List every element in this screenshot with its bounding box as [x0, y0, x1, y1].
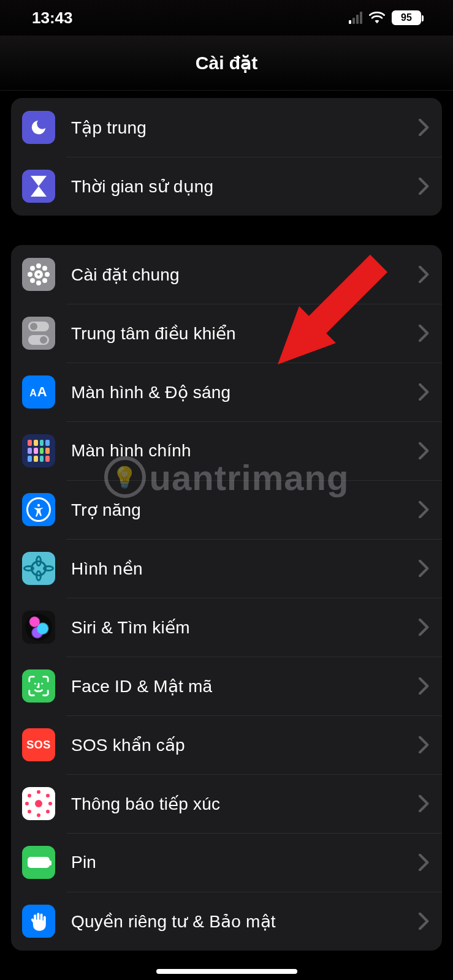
settings-group-general: Cài đặt chung Trung tâm điều khiển AA Mà…	[11, 245, 442, 951]
page-title: Cài đặt	[196, 52, 257, 74]
home-grid-icon	[22, 434, 55, 467]
toggles-icon	[22, 317, 55, 350]
home-indicator	[156, 969, 297, 974]
settings-row-focus[interactable]: Tập trung	[11, 98, 442, 157]
chevron-right-icon	[419, 266, 430, 283]
settings-row-label: Cài đặt chung	[71, 265, 419, 285]
settings-row-control-center[interactable]: Trung tâm điều khiển	[11, 304, 442, 363]
chevron-right-icon	[419, 736, 430, 753]
settings-row-siri[interactable]: Siri & Tìm kiếm	[11, 598, 442, 657]
hourglass-icon	[22, 170, 55, 203]
wallpaper-icon	[22, 552, 55, 585]
settings-row-sos[interactable]: SOS SOS khẩn cấp	[11, 715, 442, 774]
exposure-icon	[22, 787, 55, 820]
settings-row-label: Pin	[71, 853, 419, 872]
settings-row-display-brightness[interactable]: AA Màn hình & Độ sáng	[11, 363, 442, 421]
battery-percent: 95	[392, 10, 421, 25]
chevron-right-icon	[419, 119, 430, 136]
chevron-right-icon	[419, 501, 430, 518]
settings-row-general[interactable]: Cài đặt chung	[11, 245, 442, 304]
settings-row-label: Siri & Tìm kiếm	[71, 617, 419, 638]
settings-row-privacy[interactable]: Quyền riêng tư & Bảo mật	[11, 892, 442, 951]
accessibility-icon	[22, 493, 55, 526]
settings-row-label: Trung tâm điều khiển	[71, 323, 419, 344]
settings-row-wallpaper[interactable]: Hình nền	[11, 539, 442, 598]
svg-point-0	[37, 504, 40, 507]
gear-icon	[22, 258, 55, 291]
chevron-right-icon	[419, 560, 430, 577]
moon-icon	[22, 111, 55, 144]
status-bar: 13:43 95	[0, 0, 453, 36]
cellular-signal-icon	[349, 12, 362, 24]
chevron-right-icon	[419, 178, 430, 195]
settings-row-label: Quyền riêng tư & Bảo mật	[71, 911, 419, 932]
settings-row-label: Face ID & Mật mã	[71, 676, 419, 696]
settings-group-focus: Tập trung Thời gian sử dụng	[11, 98, 442, 216]
svg-point-1	[34, 683, 36, 685]
chevron-right-icon	[419, 383, 430, 401]
wifi-icon	[368, 11, 386, 24]
settings-row-accessibility[interactable]: Trợ năng	[11, 480, 442, 539]
settings-row-screen-time[interactable]: Thời gian sử dụng	[11, 157, 442, 216]
chevron-right-icon	[419, 795, 430, 812]
settings-row-home-screen[interactable]: Màn hình chính	[11, 421, 442, 480]
settings-content: Tập trung Thời gian sử dụng Cài đặt chun…	[0, 98, 453, 951]
status-time: 13:43	[32, 9, 73, 28]
faceid-icon	[22, 669, 55, 703]
chevron-right-icon	[419, 442, 430, 459]
settings-row-battery[interactable]: Pin	[11, 833, 442, 892]
chevron-right-icon	[419, 619, 430, 636]
settings-row-faceid[interactable]: Face ID & Mật mã	[11, 657, 442, 715]
status-right: 95	[349, 10, 421, 25]
chevron-right-icon	[419, 325, 430, 342]
settings-row-exposure[interactable]: Thông báo tiếp xúc	[11, 774, 442, 833]
settings-row-label: Trợ năng	[71, 500, 419, 520]
chevron-right-icon	[419, 854, 430, 871]
settings-row-label: Màn hình & Độ sáng	[71, 382, 419, 402]
siri-icon	[22, 611, 55, 644]
settings-row-label: Hình nền	[71, 559, 419, 579]
text-size-icon: AA	[22, 375, 55, 409]
svg-point-2	[41, 683, 43, 685]
chevron-right-icon	[419, 913, 430, 930]
settings-row-label: SOS khẩn cấp	[71, 735, 419, 755]
settings-row-label: Tập trung	[71, 118, 419, 138]
sos-icon: SOS	[22, 728, 55, 761]
settings-row-label: Thông báo tiếp xúc	[71, 794, 419, 814]
hand-icon	[22, 905, 55, 938]
battery-indicator: 95	[392, 10, 421, 25]
nav-title-bar: Cài đặt	[0, 36, 453, 91]
chevron-right-icon	[419, 677, 430, 695]
battery-icon	[22, 846, 55, 879]
settings-row-label: Thời gian sử dụng	[71, 176, 419, 197]
settings-row-label: Màn hình chính	[71, 441, 419, 461]
